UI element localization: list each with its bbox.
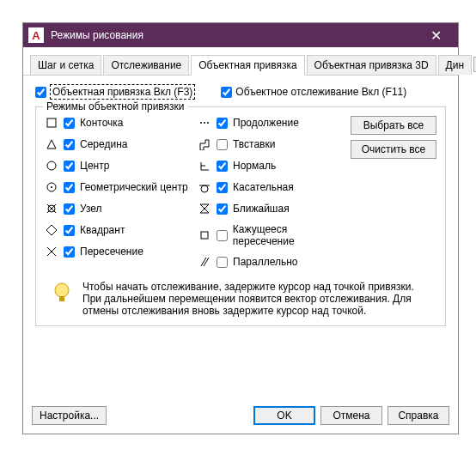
tab-content: Объектная привязка Вкл (F3) Объектное от… — [23, 76, 458, 335]
nearest-checkbox[interactable] — [217, 203, 228, 215]
osnap-enable-checkbox[interactable]: Объектная привязка Вкл (F3) — [35, 84, 195, 100]
tab-dynamic[interactable]: Дин — [438, 55, 472, 75]
quadrant-checkbox[interactable] — [64, 225, 75, 236]
intersection-label: Пересечение — [80, 246, 143, 258]
extension-label: Продолжение — [233, 117, 299, 129]
tangent-checkbox[interactable] — [217, 182, 228, 193]
center-checkbox[interactable] — [64, 161, 75, 172]
parallel-icon — [198, 255, 211, 269]
nearest-icon — [198, 202, 211, 215]
dialog-window: A Режимы рисования ✕ Шаг и сетка Отслежи… — [22, 22, 459, 434]
svg-line-15 — [201, 258, 206, 266]
svg-line-16 — [204, 258, 209, 266]
svg-point-3 — [51, 186, 52, 188]
ok-button[interactable]: OK — [253, 406, 315, 425]
extension-icon — [198, 116, 211, 130]
insertion-label: Твставки — [233, 138, 275, 150]
group-title: Режимы объектной привязки — [43, 100, 188, 112]
help-button[interactable]: Справка — [388, 406, 449, 425]
intersection-icon — [45, 245, 58, 258]
geocenter-label: Геометрический центр — [80, 181, 188, 193]
tip-text: Чтобы начать отслеживание, задержите кур… — [82, 281, 431, 317]
svg-point-10 — [204, 122, 205, 124]
otrack-enable-checkbox[interactable]: Объектное отслеживание Вкл (F11) — [221, 84, 406, 100]
otrack-enable-input[interactable] — [221, 87, 232, 98]
options-button[interactable]: Настройка... — [32, 406, 107, 425]
center-icon — [45, 159, 58, 173]
geocenter-checkbox[interactable] — [64, 182, 75, 193]
quadrant-label: Квадрант — [80, 224, 125, 236]
endpoint-label: Конточка — [80, 117, 124, 129]
insertion-icon — [198, 137, 211, 151]
node-checkbox[interactable] — [64, 203, 75, 215]
svg-point-9 — [200, 122, 202, 124]
midpoint-checkbox[interactable] — [64, 139, 75, 150]
perpendicular-label: Нормаль — [233, 160, 276, 172]
lightbulb-icon — [50, 281, 74, 305]
svg-point-12 — [201, 185, 208, 192]
osnap-enable-input[interactable] — [35, 87, 46, 98]
tangent-icon — [198, 180, 211, 194]
apparent-label: Кажущееся пересечение — [233, 223, 351, 247]
otrack-enable-label: Объектное отслеживание Вкл (F11) — [235, 86, 406, 98]
midpoint-label: Середина — [80, 138, 127, 150]
extension-checkbox[interactable] — [217, 118, 228, 129]
intersection-checkbox[interactable] — [64, 246, 75, 258]
close-button[interactable]: ✕ — [418, 23, 453, 47]
svg-rect-0 — [47, 118, 56, 127]
node-icon — [45, 202, 58, 215]
parallel-checkbox[interactable] — [217, 257, 228, 268]
tip-panel: Чтобы начать отслеживание, задержите кур… — [45, 281, 436, 317]
svg-rect-18 — [59, 296, 64, 301]
apparent-icon — [198, 228, 211, 242]
tab-tracking[interactable]: Отслеживание — [103, 55, 189, 75]
window-title: Режимы рисования — [51, 29, 418, 41]
svg-point-11 — [207, 122, 209, 124]
app-icon: A — [28, 27, 44, 43]
perpendicular-icon — [198, 159, 211, 173]
tangent-label: Касательная — [233, 181, 294, 193]
endpoint-checkbox[interactable] — [64, 118, 75, 129]
nearest-label: Ближайшая — [233, 203, 290, 215]
select-all-button[interactable]: Выбрать все — [351, 116, 436, 135]
clear-all-button[interactable]: Очистить все — [351, 140, 436, 159]
osnap-modes-group: Режимы объектной привязки Конточка Серед… — [35, 106, 446, 326]
tab-osnap[interactable]: Объектная привязка — [191, 55, 304, 76]
svg-rect-14 — [201, 232, 208, 239]
perpendicular-checkbox[interactable] — [217, 161, 228, 172]
tab-snap-grid[interactable]: Шаг и сетка — [30, 55, 101, 75]
insertion-checkbox[interactable] — [217, 139, 228, 150]
tab-bar: Шаг и сетка Отслеживание Объектная привя… — [23, 47, 458, 76]
svg-point-1 — [47, 161, 56, 170]
tab-osnap-3d[interactable]: Объектная привязка 3D — [307, 55, 436, 75]
midpoint-icon — [45, 137, 58, 151]
titlebar: A Режимы рисования ✕ — [23, 23, 458, 47]
node-label: Узел — [80, 203, 102, 215]
quadrant-icon — [45, 223, 58, 237]
osnap-enable-label: Объектная привязка Вкл (F3) — [50, 84, 195, 100]
center-label: Центр — [80, 160, 109, 172]
cancel-button[interactable]: Отмена — [320, 406, 382, 425]
dialog-footer: Настройка... OK Отмена Справка — [32, 406, 449, 425]
apparent-checkbox[interactable] — [217, 230, 228, 241]
geocenter-icon — [45, 180, 58, 194]
parallel-label: Параллельно — [233, 256, 297, 268]
endpoint-icon — [45, 116, 58, 130]
svg-point-17 — [55, 283, 69, 297]
